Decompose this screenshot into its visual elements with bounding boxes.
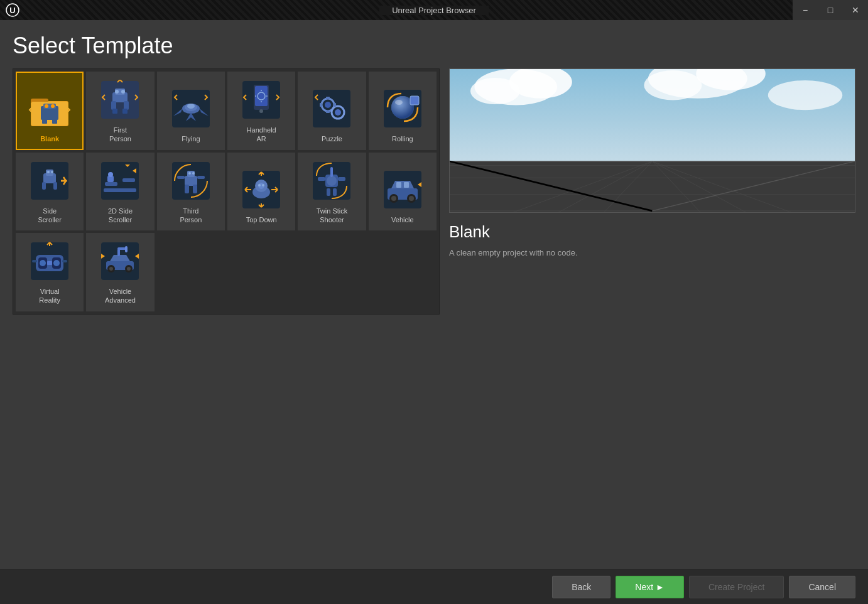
- svg-rect-68: [185, 185, 189, 193]
- svg-point-116: [644, 70, 702, 100]
- svg-rect-66: [177, 176, 185, 179]
- svg-point-97: [53, 260, 60, 266]
- svg-rect-26: [255, 86, 268, 106]
- svg-rect-99: [62, 260, 67, 262]
- svg-point-75: [262, 184, 264, 186]
- svg-point-37: [335, 109, 341, 116]
- rolling-icon: [381, 87, 425, 131]
- svg-point-14: [115, 90, 119, 94]
- template-item-twin-stick-shooter[interactable]: Twin Stick Shooter: [298, 153, 366, 231]
- preview-description: A clean empty project with no code.: [449, 247, 855, 259]
- cancel-button[interactable]: Cancel: [789, 576, 855, 598]
- main-content: Select Template: [0, 20, 868, 604]
- svg-rect-118: [450, 161, 855, 212]
- svg-rect-98: [32, 260, 37, 262]
- next-arrow-icon: ►: [656, 582, 665, 592]
- template-item-rolling[interactable]: Rolling: [369, 72, 437, 150]
- create-project-button[interactable]: Create Project: [689, 576, 784, 598]
- svg-point-64: [188, 172, 191, 175]
- template-grid-area: Blank: [13, 68, 440, 604]
- titlebar: U Unreal Project Browser − □ ✕: [0, 0, 868, 20]
- body-area: Blank: [13, 68, 855, 604]
- template-item-side-scroller[interactable]: Side Scroller: [16, 153, 84, 231]
- vehicle-icon: [381, 168, 425, 212]
- puzzle-icon: [310, 87, 354, 131]
- rolling-label: Rolling: [392, 134, 413, 143]
- maximize-button[interactable]: □: [818, 0, 843, 20]
- 2d-side-scroller-icon: [98, 159, 142, 203]
- svg-point-65: [192, 172, 195, 175]
- svg-rect-17: [124, 101, 129, 110]
- svg-text:U: U: [9, 6, 15, 15]
- template-item-handheld-ar[interactable]: Handheld AR: [227, 72, 295, 150]
- svg-rect-83: [333, 188, 337, 196]
- svg-point-117: [768, 80, 842, 110]
- template-item-flying[interactable]: Flying: [157, 72, 225, 150]
- template-grid: Blank: [13, 68, 440, 315]
- third-person-icon: [169, 159, 213, 203]
- window-title: Unreal Project Browser: [379, 6, 489, 15]
- next-label: Next: [635, 582, 653, 592]
- virtual-reality-icon: [28, 239, 72, 283]
- svg-rect-80: [318, 177, 325, 181]
- flying-label: Flying: [182, 134, 200, 143]
- svg-point-104: [109, 267, 113, 271]
- top-down-label: Top Down: [246, 215, 277, 224]
- side-scroller-icon: [28, 159, 72, 203]
- svg-rect-108: [117, 247, 126, 250]
- svg-rect-81: [338, 177, 345, 181]
- svg-rect-18: [112, 109, 117, 114]
- template-item-blank[interactable]: Blank: [16, 72, 84, 150]
- preview-area: Blank A clean empty project with no code…: [449, 68, 855, 604]
- side-scroller-label: Side Scroller: [38, 207, 62, 225]
- svg-rect-38: [326, 97, 330, 99]
- twin-stick-shooter-icon: [310, 159, 354, 203]
- template-item-top-down[interactable]: Top Down: [227, 153, 295, 231]
- preview-title: Blank: [449, 222, 855, 242]
- svg-rect-82: [327, 188, 330, 196]
- svg-rect-54: [53, 182, 57, 190]
- blank-icon: [28, 87, 72, 131]
- svg-rect-33: [313, 90, 350, 127]
- next-button[interactable]: Next ►: [616, 576, 684, 598]
- template-item-virtual-reality[interactable]: Virtual Reality: [16, 233, 84, 311]
- close-button[interactable]: ✕: [843, 0, 868, 20]
- svg-rect-16: [111, 101, 116, 110]
- svg-rect-100: [47, 261, 52, 265]
- template-item-first-person[interactable]: First Person: [86, 72, 154, 150]
- window-controls: − □ ✕: [793, 0, 868, 20]
- svg-point-91: [409, 196, 414, 201]
- svg-point-78: [327, 176, 337, 186]
- back-button[interactable]: Back: [552, 576, 610, 598]
- twin-stick-shooter-label: Twin Stick Shooter: [317, 207, 348, 225]
- svg-point-60: [108, 172, 113, 177]
- bottom-bar: Back Next ► Create Project Cancel: [0, 569, 868, 604]
- svg-rect-10: [52, 119, 57, 124]
- svg-point-74: [258, 184, 261, 186]
- template-item-vehicle-advanced[interactable]: Vehicle Advanced: [86, 233, 154, 311]
- svg-point-32: [259, 109, 263, 113]
- svg-rect-67: [197, 176, 205, 179]
- svg-rect-46: [410, 96, 419, 105]
- template-item-third-person[interactable]: Third Person: [157, 153, 225, 231]
- svg-rect-86: [396, 182, 401, 188]
- minimize-button[interactable]: −: [793, 0, 818, 20]
- template-item-vehicle[interactable]: Vehicle: [369, 153, 437, 231]
- svg-point-35: [325, 102, 331, 108]
- svg-rect-41: [334, 103, 336, 107]
- svg-point-15: [121, 90, 125, 94]
- svg-point-51: [47, 171, 50, 173]
- svg-rect-79: [330, 167, 333, 177]
- svg-rect-19: [122, 109, 127, 114]
- top-down-icon: [239, 168, 283, 212]
- template-item-2d-side-scroller[interactable]: 2D Side Scroller: [86, 153, 154, 231]
- blank-label: Blank: [40, 134, 59, 143]
- svg-point-23: [187, 104, 195, 109]
- puzzle-label: Puzzle: [322, 134, 342, 143]
- svg-rect-53: [42, 182, 46, 190]
- template-item-puzzle[interactable]: Puzzle: [298, 72, 366, 150]
- 2d-side-scroller-label: 2D Side Scroller: [108, 207, 133, 225]
- first-person-icon: [98, 78, 142, 122]
- svg-rect-69: [193, 185, 197, 193]
- handheld-ar-label: Handheld AR: [247, 126, 276, 144]
